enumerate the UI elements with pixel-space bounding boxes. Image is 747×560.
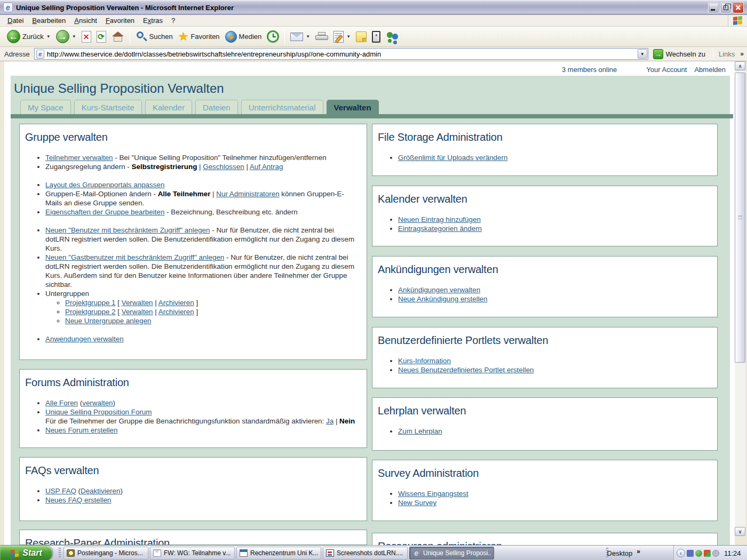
edit-dropdown-icon[interactable]: ▼ <box>346 34 351 39</box>
link[interactable]: Wissens Eingangstest <box>398 490 468 498</box>
history-button[interactable] <box>264 29 282 44</box>
close-button[interactable]: ✕ <box>733 2 744 13</box>
link[interactable]: Alle Foren <box>45 399 78 407</box>
link[interactable]: Neue Untergruppe anlegen <box>65 317 152 325</box>
your-account-link[interactable]: Your Account <box>646 66 687 74</box>
back-button[interactable]: ← Zurück ▼ <box>4 29 53 44</box>
taskbar-button-label: Rechenzentrum Uni K... <box>250 549 318 557</box>
go-button[interactable]: → Wechseln zu <box>653 49 705 59</box>
taskbar-button[interactable]: eUnique Selling Proposi... <box>409 547 494 559</box>
link[interactable]: Eigenschaften der Gruppe bearbeiten <box>45 208 164 216</box>
link[interactable]: Neues FAQ erstellen <box>45 496 112 504</box>
link[interactable]: Neue Ankündigung erstellen <box>398 295 488 303</box>
quick-launch-grip[interactable] <box>59 548 61 558</box>
messenger-button[interactable] <box>383 30 402 44</box>
menu-?[interactable]: ? <box>167 15 179 26</box>
link[interactable]: New Survey <box>398 499 436 507</box>
desktop-chevron-icon[interactable]: » <box>637 548 640 555</box>
tab-my-space[interactable]: My Space <box>20 100 71 114</box>
link[interactable]: Ankündigungen verwalten <box>398 286 480 294</box>
link[interactable]: Eintragskategorien ändern <box>398 225 482 233</box>
restore-button[interactable] <box>720 2 732 13</box>
link[interactable]: Projektgruppe 1 <box>65 299 116 307</box>
tray-icon-3[interactable] <box>704 550 711 557</box>
links-chevron-icon[interactable]: » <box>740 50 744 58</box>
taskbar-button[interactable]: Screenshots dotLRN.... <box>323 547 408 559</box>
device-icon: * <box>372 31 380 43</box>
print-icon <box>315 32 328 42</box>
favorites-button[interactable]: ★ Favoriten <box>176 30 222 43</box>
logout-link[interactable]: Abmelden <box>694 66 726 74</box>
link[interactable]: verwalten <box>82 399 113 407</box>
portlet-ressourcen-administrieren: Ressourcen administrieren <box>372 533 718 545</box>
mail-dropdown-icon[interactable]: ▼ <box>306 34 310 39</box>
address-dropdown-icon[interactable]: ▼ <box>638 49 647 59</box>
forward-dropdown-icon[interactable]: ▼ <box>72 34 76 39</box>
link[interactable]: Zum Lehrplan <box>398 427 442 435</box>
list-item: Eigenschaften der Gruppe bearbeiten - Be… <box>45 207 358 217</box>
home-button[interactable] <box>109 30 127 43</box>
link[interactable]: Anwendungen verwalten <box>45 335 124 343</box>
mail-button[interactable]: ▼ <box>288 31 313 42</box>
tray-icon-4[interactable] <box>712 550 719 557</box>
link[interactable]: Unique Selling Proposition Forum <box>45 408 152 416</box>
menu-bearbeiten[interactable]: Bearbeiten <box>28 15 70 26</box>
link[interactable]: Größenlimit für Uploads verändern <box>398 154 507 162</box>
sidebar-button[interactable]: * <box>369 30 383 44</box>
taskbar-button[interactable]: Posteingang - Micros... <box>63 547 148 559</box>
link[interactable]: Neues Benutzerdefiniertes Portlet erstel… <box>398 366 534 374</box>
print-button[interactable] <box>313 31 331 43</box>
link[interactable]: Layout des Gruppenportals anpassen <box>45 181 164 189</box>
tab-verwalten[interactable]: Verwalten <box>327 100 379 114</box>
address-input[interactable]: e http://www.theservice.de/dotlrn/classe… <box>34 48 648 60</box>
link[interactable]: Kurs-Information <box>398 357 451 365</box>
link[interactable]: Deaktivieren <box>81 487 120 495</box>
tab-kalender[interactable]: Kalender <box>145 100 192 114</box>
back-dropdown-icon[interactable]: ▼ <box>46 34 51 39</box>
link[interactable]: Auf Antrag <box>250 163 283 171</box>
link[interactable]: USP FAQ <box>45 487 76 495</box>
window-title: Unique Selling Proposition Verwalten - M… <box>16 4 234 12</box>
link[interactable]: Neuen Eintrag hinzufügen <box>398 215 481 223</box>
link[interactable]: Projektgruppe 2 <box>65 308 116 316</box>
link[interactable]: Teilnehmer verwalten <box>45 154 113 162</box>
tab-strip-underline <box>11 114 733 118</box>
search-button[interactable]: Suchen <box>133 30 176 44</box>
tab-dateien[interactable]: Dateien <box>195 100 238 114</box>
menu-extras[interactable]: Extras <box>139 15 167 26</box>
scroll-down-icon[interactable]: ∨ <box>735 527 745 536</box>
menu-datei[interactable]: Datei <box>3 15 28 26</box>
tab-kurs-startseite[interactable]: Kurs-Startseite <box>74 100 142 114</box>
link[interactable]: Neuen "Gastbenutzer mit beschränktem Zug… <box>45 253 224 261</box>
link[interactable]: Ja <box>326 417 333 425</box>
link[interactable]: Geschlossen <box>203 163 244 171</box>
desktop-toolbar[interactable]: Desktop » <box>607 546 640 560</box>
link[interactable]: Verwalten <box>122 299 153 307</box>
refresh-button[interactable]: ⟳ <box>94 30 109 44</box>
vertical-scrollbar[interactable]: ∧ ∨ <box>735 61 745 536</box>
tray-icon-2[interactable] <box>695 550 702 557</box>
link[interactable]: Archivieren <box>158 299 194 307</box>
stop-button[interactable]: ✕ <box>79 30 94 44</box>
taskbar-button[interactable]: Rechenzentrum Uni K... <box>236 547 321 559</box>
link[interactable]: Nur Administratoren <box>216 190 279 198</box>
start-button[interactable]: Start <box>0 546 52 560</box>
edit-button[interactable]: ▼ <box>331 30 353 44</box>
link[interactable]: Archivieren <box>158 308 194 316</box>
menu-ansicht[interactable]: Ansicht <box>70 15 101 26</box>
tab-unterrichtsmaterial[interactable]: Unterrichtsmaterial <box>241 100 323 114</box>
link[interactable]: Verwalten <box>122 308 153 316</box>
discuss-button[interactable] <box>353 30 369 43</box>
scrollbar-thumb[interactable] <box>735 73 745 363</box>
hide-icons-button[interactable]: ‹ <box>677 549 685 557</box>
menu-favoriten[interactable]: Favoriten <box>101 15 139 26</box>
minimize-button[interactable] <box>708 2 719 13</box>
link[interactable]: Neuen "Benutzer mit beschränktem Zugriff… <box>45 226 210 234</box>
forward-button[interactable]: → ▼ <box>53 29 79 44</box>
media-button[interactable]: Medien <box>222 30 265 44</box>
taskbar-button[interactable]: FW: WG: Teilnahme v... <box>150 547 235 559</box>
tray-icon-1[interactable] <box>687 550 694 557</box>
links-label[interactable]: Links <box>719 50 735 58</box>
scroll-up-icon[interactable]: ∧ <box>735 61 745 70</box>
link[interactable]: Neues Forum erstellen <box>45 426 117 434</box>
